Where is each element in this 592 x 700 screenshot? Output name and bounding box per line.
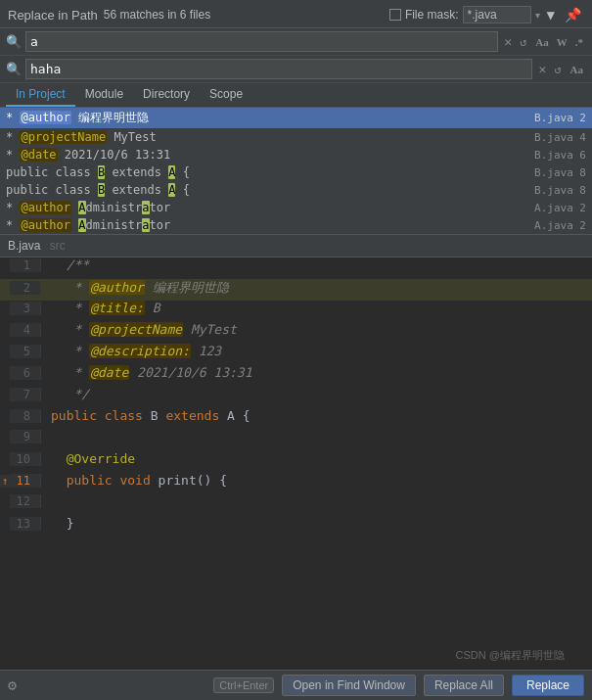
code-filename: B.java xyxy=(8,239,40,253)
replace-preserve-case-btn[interactable]: Aa xyxy=(568,63,586,76)
tab-module[interactable]: Module xyxy=(75,83,133,107)
find-options: Aa W .* xyxy=(532,35,586,49)
result-text: * @date 2021/10/6 13:31 xyxy=(6,148,526,162)
result-file: B.java 2 xyxy=(534,112,586,124)
result-text: public class B extends A { xyxy=(6,165,526,179)
open-in-find-window-button[interactable]: Open in Find Window xyxy=(282,675,416,696)
line-content-4: * @projectName MyTest xyxy=(41,322,237,337)
line-num-6: 6 xyxy=(10,366,41,380)
code-view: 1 /** 2 * @author 编程界明世隐 3 * @title: B 4 xyxy=(0,257,592,670)
line-content-13: } xyxy=(41,516,73,531)
tab-scope[interactable]: Scope xyxy=(200,83,252,107)
find-prev-icon[interactable]: ↺ xyxy=(518,35,528,49)
whole-word-btn[interactable]: W xyxy=(554,35,570,49)
code-line-10: 10 @Override xyxy=(0,451,592,473)
code-line-4: 4 * @projectName MyTest xyxy=(0,322,592,344)
find-clear-icon[interactable]: ✕ xyxy=(502,34,514,49)
bottom-bar: ⚙ Ctrl+Enter Open in Find Window Replace… xyxy=(0,670,592,700)
code-line-7: 7 */ xyxy=(0,387,592,408)
settings-icon[interactable]: ⚙ xyxy=(8,677,17,694)
line-arrow-icon: ↑ xyxy=(2,475,9,488)
file-mask-area: File mask: ▾ xyxy=(389,6,540,23)
result-row[interactable]: * @author Administrator A.java 2 xyxy=(0,216,592,234)
result-file: A.java 2 xyxy=(534,219,586,232)
code-line-3: 3 * @title: B xyxy=(0,301,592,322)
result-row[interactable]: * @author Administrator A.java 2 xyxy=(0,199,592,216)
line-marker-11: ↑ xyxy=(0,475,10,488)
panel-header: Replace in Path 56 matches in 6 files Fi… xyxy=(0,0,592,28)
result-file: A.java 2 xyxy=(534,202,586,214)
result-text: * @author Administrator xyxy=(6,218,526,232)
line-num-11: 11 xyxy=(10,474,41,488)
result-file: B.java 6 xyxy=(534,149,586,162)
replace-options: Aa xyxy=(568,63,586,76)
result-text: * @author Administrator xyxy=(6,201,526,214)
result-text: * @author 编程界明世隐 xyxy=(6,110,526,126)
line-content-1: /** xyxy=(41,257,89,272)
line-content-8: public class B extends A { xyxy=(41,408,250,423)
line-content-10: @Override xyxy=(41,451,135,466)
code-line-6: 6 * @date 2021/10/6 13:31 xyxy=(0,365,592,387)
code-line-11: ↑ 11 public void print() { xyxy=(0,473,592,494)
result-file: B.java 4 xyxy=(534,131,586,144)
line-content-5: * @description: 123 xyxy=(41,344,221,358)
file-mask-label: File mask: xyxy=(405,8,459,22)
code-line-8: 8 public class B extends A { xyxy=(0,408,592,430)
replace-input[interactable] xyxy=(25,59,532,79)
line-num-8: 8 xyxy=(10,409,41,423)
code-lines: 1 /** 2 * @author 编程界明世隐 3 * @title: B 4 xyxy=(0,257,592,670)
find-row: 🔍 ✕ ↺ Aa W .* xyxy=(0,28,592,56)
line-num-9: 9 xyxy=(10,430,41,443)
replace-button[interactable]: Replace xyxy=(512,675,584,696)
result-text: public class B extends A { xyxy=(6,183,526,197)
replace-in-path-panel: Replace in Path 56 matches in 6 files Fi… xyxy=(0,0,592,700)
chevron-down-icon[interactable]: ▾ xyxy=(535,10,540,21)
result-text: * @projectName MyTest xyxy=(6,130,526,144)
replace-row: 🔍 ✕ ↺ Aa xyxy=(0,56,592,83)
code-line-5: 5 * @description: 123 xyxy=(0,344,592,365)
result-file: B.java 8 xyxy=(534,166,586,179)
match-case-btn[interactable]: Aa xyxy=(532,35,551,49)
regex-btn[interactable]: .* xyxy=(572,35,586,49)
find-icon: 🔍 xyxy=(6,34,22,49)
result-row[interactable]: * @date 2021/10/6 13:31 B.java 6 xyxy=(0,146,592,163)
code-line-9: 9 xyxy=(0,430,592,451)
line-content-11: public void print() { xyxy=(41,473,227,488)
replace-all-button[interactable]: Replace All xyxy=(424,675,504,696)
line-num-5: 5 xyxy=(10,345,41,358)
line-num-1: 1 xyxy=(10,258,41,272)
shortcut-hint: Ctrl+Enter xyxy=(213,677,274,693)
file-mask-input[interactable] xyxy=(463,6,531,23)
result-row[interactable]: * @author 编程界明世隐 B.java 2 xyxy=(0,108,592,128)
result-row[interactable]: * @projectName MyTest B.java 4 xyxy=(0,128,592,146)
file-mask-checkbox[interactable] xyxy=(389,9,401,21)
line-num-7: 7 xyxy=(10,388,41,401)
pin-icon[interactable]: 📌 xyxy=(562,6,584,23)
scope-tabs: In Project Module Directory Scope xyxy=(0,83,592,108)
code-line-2: 2 * @author 编程界明世隐 xyxy=(0,279,592,301)
replace-clear-icon[interactable]: ✕ xyxy=(536,62,548,76)
filter-icon[interactable]: ▼ xyxy=(544,6,558,23)
replace-prev-icon[interactable]: ↺ xyxy=(552,63,563,76)
code-header: B.java src xyxy=(0,235,592,257)
result-file: B.java 8 xyxy=(534,184,586,197)
line-content-3: * @title: B xyxy=(41,301,160,315)
line-num-3: 3 xyxy=(10,302,41,315)
tab-in-project[interactable]: In Project xyxy=(6,83,75,107)
line-num-12: 12 xyxy=(10,494,41,508)
results-list: * @author 编程界明世隐 B.java 2 * @projectName… xyxy=(0,108,592,235)
panel-title: Replace in Path xyxy=(8,8,98,23)
match-count: 56 matches in 6 files xyxy=(104,8,210,22)
header-icons: ▼ 📌 xyxy=(544,6,584,23)
code-line-1: 1 /** xyxy=(0,257,592,279)
line-num-10: 10 xyxy=(10,452,41,466)
result-row[interactable]: public class B extends A { B.java 8 xyxy=(0,163,592,181)
replace-icon: 🔍 xyxy=(6,62,22,76)
result-row[interactable]: public class B extends A { B.java 8 xyxy=(0,181,592,199)
line-content-2: * @author 编程界明世隐 xyxy=(41,279,229,297)
find-input[interactable] xyxy=(25,31,498,52)
line-num-13: 13 xyxy=(10,517,41,531)
tab-directory[interactable]: Directory xyxy=(133,83,200,107)
line-num-2: 2 xyxy=(10,281,41,295)
code-src: src xyxy=(50,239,66,253)
